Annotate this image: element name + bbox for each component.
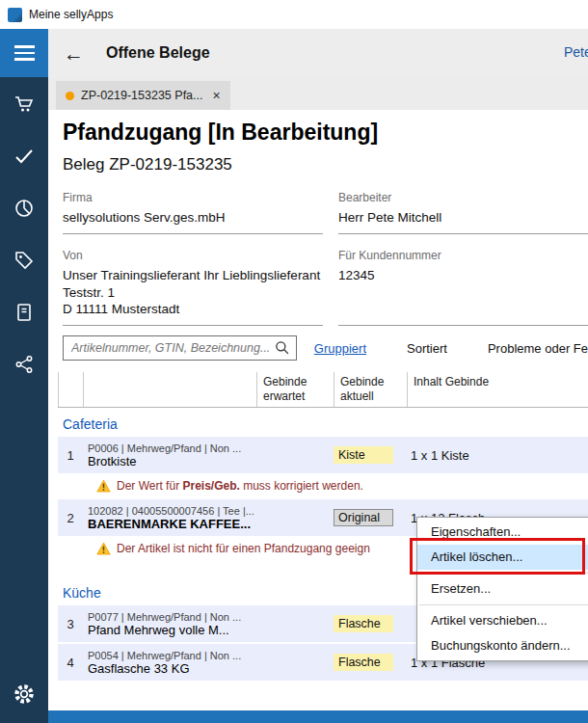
app-window: Meine sellyApps — [0, 0, 588, 723]
article-meta: P0077 | Mehrweg/Pfand | Non ... — [88, 611, 256, 623]
table-row[interactable]: 1 P0006 | Mehrweg/Pfand | Non ... Brotki… — [58, 437, 588, 475]
menu-item-eigenschaften[interactable]: Eigenschaften... — [417, 520, 588, 545]
link-probleme[interactable]: Probleme oder Fe — [488, 341, 588, 356]
cart-icon[interactable] — [11, 91, 38, 118]
tab-bar: ZP-0219-153235 Pfa... × — [48, 77, 588, 110]
field-grid: Firma sellysolutions Serv.ges.mbH Bearbe… — [63, 191, 588, 326]
row-number: 2 — [58, 511, 83, 525]
article-name: BAERENMARKE KAFFEE... — [88, 517, 256, 531]
article-name: Gasflasche 33 KG — [88, 661, 256, 676]
tab-close-icon[interactable]: × — [212, 88, 220, 103]
field-kundennummer: Für Kundennummer 12345 — [338, 249, 588, 326]
field-firma-value: sellysolutions Serv.ges.mbH — [63, 209, 323, 227]
document-title: Pfandzugang [In Bearbeitung] — [63, 120, 378, 146]
page-title: Offene Belege — [106, 44, 210, 62]
document-tab[interactable]: ZP-0219-153235 Pfa... × — [56, 81, 230, 110]
article-meta: 102082 | 04005500007456 | Tee |... — [88, 505, 256, 517]
row-number: 3 — [58, 617, 83, 631]
field-bearbeiter-label: Bearbeiter — [338, 191, 588, 204]
warning-row: Der Wert für Preis/Geb. muss korrigiert … — [58, 475, 588, 499]
gebinde-aktuell-chip[interactable]: Original — [334, 509, 393, 526]
app-title: Meine sellyApps — [29, 8, 113, 21]
row-number: 4 — [58, 656, 83, 670]
article-name: Brotkiste — [88, 454, 256, 469]
back-arrow-icon[interactable]: ← — [64, 43, 84, 64]
pie-chart-icon[interactable] — [11, 195, 38, 222]
field-von-line2: Teststr. 1 — [63, 284, 323, 302]
menu-separator — [419, 604, 588, 605]
app-icon — [8, 8, 22, 22]
header-inhalt-gebinde: Inhalt Gebinde — [407, 372, 588, 407]
field-von-label: Von — [63, 249, 323, 262]
search-box — [63, 335, 297, 361]
menu-item-buchungskonto-aendern[interactable]: Buchungskonto ändern... — [417, 633, 588, 658]
field-von: Von Unser Trainingslieferant Ihr Lieblin… — [63, 249, 323, 326]
gebinde-aktuell-chip[interactable]: Flasche — [334, 615, 393, 632]
article-meta: P0054 | Mehrweg/Pfand | Non ... — [88, 650, 256, 661]
field-bearbeiter: Bearbeiter Herr Pete Mitchell — [338, 191, 588, 234]
header-empty-1 — [58, 372, 83, 407]
titlebar: Meine sellyApps — [0, 0, 588, 29]
warning-icon — [96, 479, 111, 493]
menu-item-ersetzen[interactable]: Ersetzen... — [417, 576, 588, 602]
context-menu: Eigenschaften... Artikel löschen... Erse… — [416, 517, 588, 661]
warning-icon — [96, 542, 111, 555]
search-icon[interactable] — [274, 339, 291, 361]
field-kundennummer-label: Für Kundennummer — [338, 249, 588, 262]
table-header-row: Gebinde erwartet Gebinde aktuell Inhalt … — [58, 372, 588, 408]
tab-label: ZP-0219-153235 Pfa... — [81, 89, 202, 102]
field-kundennummer-value: 12345 — [338, 267, 588, 284]
cell-inhalt-gebinde: 1 x 1 Kiste — [407, 448, 588, 463]
header-gebinde-erwartet: Gebinde erwartet — [256, 372, 334, 407]
list-toolbar: Gruppiert Sortiert Probleme oder Fe — [63, 335, 588, 361]
menu-item-artikel-loeschen[interactable]: Artikel löschen... — [417, 545, 588, 570]
tag-icon[interactable] — [11, 247, 38, 274]
tab-status-dot-icon — [66, 92, 74, 100]
sidebar — [0, 29, 48, 723]
header-empty-2 — [83, 372, 256, 407]
field-bearbeiter-value: Herr Pete Mitchell — [338, 209, 588, 227]
settings-gear-icon[interactable] — [11, 681, 38, 708]
document-subtitle: Beleg ZP-0219-153235 — [63, 155, 232, 174]
journal-icon[interactable] — [11, 299, 38, 326]
gebinde-aktuell-chip[interactable]: Flasche — [334, 654, 393, 671]
article-meta: P0006 | Mehrweg/Pfand | Non ... — [88, 442, 256, 454]
field-firma-label: Firma — [63, 191, 323, 204]
hamburger-menu-icon[interactable] — [0, 29, 48, 77]
field-von-line1: Unser Trainingslieferant Ihr Lieblingsli… — [63, 267, 323, 284]
menu-separator — [419, 573, 588, 574]
bottom-status-strip — [48, 710, 588, 723]
menu-item-artikel-verschieben[interactable]: Artikel verschieben... — [417, 608, 588, 633]
link-gruppiert[interactable]: Gruppiert — [314, 341, 366, 356]
user-name[interactable]: Pete — [564, 44, 588, 60]
search-input[interactable] — [63, 335, 297, 361]
field-von-line3: D 11111 Musterstadt — [63, 301, 323, 318]
gebinde-aktuell-chip[interactable]: Kiste — [334, 446, 393, 464]
article-name: Pfand Mehrweg volle M... — [88, 623, 256, 637]
row-number: 1 — [58, 448, 83, 463]
share-icon[interactable] — [11, 351, 38, 378]
group-header-cafeteria: Cafeteria — [58, 408, 588, 437]
check-icon[interactable] — [11, 143, 38, 170]
warning-text: Der Wert für Preis/Geb. muss korrigiert … — [117, 479, 363, 493]
warning-text: Der Artikel ist nicht für einen Pfandzug… — [117, 542, 370, 555]
link-sortiert[interactable]: Sortiert — [407, 341, 447, 356]
header-gebinde-aktuell: Gebinde aktuell — [334, 372, 407, 407]
page-header: ← Offene Belege Pete — [48, 29, 588, 77]
field-firma: Firma sellysolutions Serv.ges.mbH — [63, 191, 323, 234]
